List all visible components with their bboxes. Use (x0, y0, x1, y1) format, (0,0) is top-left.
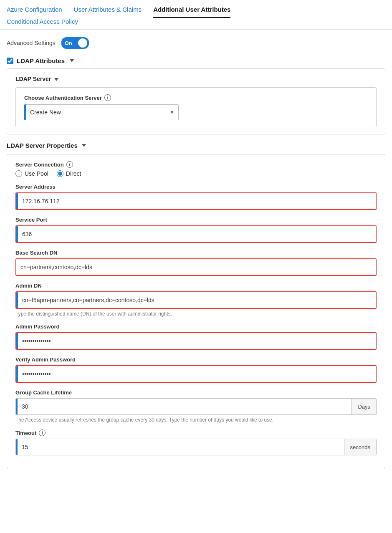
verify-admin-password-label: Verify Admin Password (15, 356, 377, 363)
admin-dn-label: Admin DN (15, 283, 377, 289)
ldap-server-properties-section: LDAP Server Properties Server Connection… (7, 142, 385, 469)
radio-use-pool[interactable]: Use Pool (15, 170, 48, 177)
auth-server-select-wrapper: Create New ▼ (24, 104, 179, 120)
auth-server-select[interactable]: Create New (26, 104, 179, 120)
top-nav: Azure Configuration User Attributes & Cl… (0, 0, 392, 30)
timeout-input-wrapper: seconds (15, 439, 377, 455)
timeout-label: Timeout i (15, 429, 377, 436)
service-port-field: Service Port (15, 217, 377, 243)
ldap-attributes-checkbox[interactable] (7, 58, 13, 64)
server-address-label: Server Address (15, 184, 377, 190)
ldap-server-chevron[interactable] (54, 78, 58, 81)
advanced-settings-toggle[interactable]: On (61, 37, 89, 49)
radio-use-pool-input[interactable] (15, 170, 22, 177)
service-port-input[interactable] (18, 226, 376, 242)
advanced-settings-row: Advanced Settings On (7, 37, 385, 49)
main-content: Advanced Settings On LDAP Attributes LDA… (0, 30, 392, 493)
server-address-input-wrapper (15, 192, 377, 210)
group-cache-lifetime-input[interactable] (18, 399, 352, 414)
ldap-server-properties-chevron[interactable] (82, 144, 86, 147)
tab-user-attributes-claims[interactable]: User Attributes & Claims (74, 6, 142, 18)
tab-additional-user-attributes[interactable]: Additional User Attributes (153, 6, 230, 18)
group-cache-lifetime-field: Group Cache Lifetime Days The Access dev… (15, 389, 377, 423)
base-search-dn-input-wrapper (15, 258, 377, 276)
ldap-server-properties-title: LDAP Server Properties (7, 142, 385, 149)
group-cache-lifetime-label: Group Cache Lifetime (15, 389, 377, 396)
radio-direct[interactable]: Direct (57, 170, 81, 177)
radio-direct-input[interactable] (57, 170, 63, 177)
base-search-dn-label: Base Search DN (15, 250, 377, 256)
auth-server-card: Choose Authentication Server i Create Ne… (15, 87, 377, 127)
admin-dn-input[interactable] (18, 292, 376, 308)
base-search-dn-field: Base Search DN (15, 250, 377, 276)
service-port-input-wrapper (15, 225, 377, 243)
choose-auth-info-icon: i (104, 94, 111, 101)
ldap-attributes-title: LDAP Attributes (17, 57, 65, 64)
admin-dn-hint: Type the distinguished name (DN) of the … (15, 311, 377, 317)
verify-admin-password-input-wrapper (15, 365, 377, 383)
tab-conditional-access-policy[interactable]: Conditional Access Policy (7, 18, 78, 29)
verify-admin-password-field: Verify Admin Password (15, 356, 377, 383)
admin-dn-field: Admin DN Type the distinguished name (DN… (15, 283, 377, 317)
ldap-server-properties-card: Server Connection i Use Pool Direct (7, 154, 385, 469)
ldap-attributes-chevron[interactable] (70, 59, 74, 62)
service-port-label: Service Port (15, 217, 377, 223)
group-cache-unit: Days (352, 399, 376, 414)
choose-auth-label: Choose Authentication Server i (24, 94, 368, 101)
server-connection-label: Server Connection i (15, 161, 377, 168)
verify-admin-password-input[interactable] (18, 366, 376, 382)
server-connection-radio-row: Use Pool Direct (15, 170, 377, 177)
admin-password-input-wrapper (15, 332, 377, 350)
ldap-server-card: LDAP Server Choose Authentication Server… (7, 68, 385, 134)
toggle-knob (78, 38, 87, 48)
advanced-settings-label: Advanced Settings (7, 40, 56, 46)
timeout-unit: seconds (344, 439, 376, 455)
timeout-info-icon: i (39, 429, 46, 436)
timeout-input[interactable] (18, 439, 344, 455)
tab-azure-config[interactable]: Azure Configuration (7, 6, 62, 18)
group-cache-lifetime-input-wrapper: Days (15, 398, 377, 415)
timeout-field: Timeout i seconds (15, 429, 377, 455)
ldap-server-title: LDAP Server (15, 76, 377, 82)
group-cache-hint: The Access device usually refreshes the … (15, 417, 377, 423)
admin-dn-input-wrapper (15, 291, 377, 309)
server-connection-info-icon: i (66, 161, 73, 168)
ldap-attributes-header: LDAP Attributes (7, 57, 385, 64)
admin-password-label: Admin Password (15, 323, 377, 330)
server-address-field: Server Address (15, 184, 377, 210)
toggle-text: On (65, 40, 72, 46)
server-connection-field: Server Connection i Use Pool Direct (15, 161, 377, 177)
ldap-attributes-section: LDAP Attributes LDAP Server Choose Authe… (7, 57, 385, 469)
admin-password-field: Admin Password (15, 323, 377, 350)
server-address-input[interactable] (18, 193, 376, 209)
admin-password-input[interactable] (18, 333, 376, 349)
base-search-dn-input[interactable] (16, 259, 376, 275)
